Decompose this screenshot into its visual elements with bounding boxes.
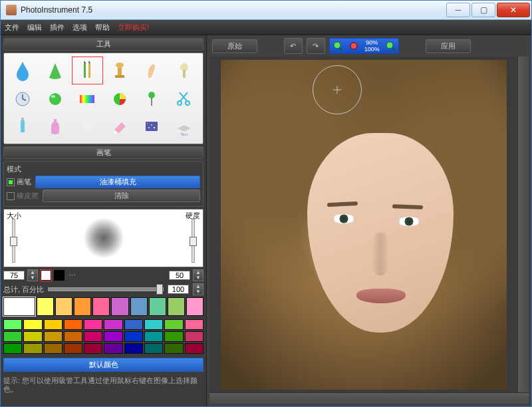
color-swatch[interactable]	[92, 297, 110, 316]
color-swatch[interactable]	[64, 331, 82, 342]
tool-pin[interactable]	[137, 85, 167, 112]
menu-edit[interactable]: 编辑	[27, 23, 42, 33]
size-input[interactable]	[3, 271, 25, 280]
color-swatch[interactable]	[37, 297, 54, 316]
original-button[interactable]: 原始	[212, 39, 257, 53]
default-colors-button[interactable]: 默认颜色	[3, 358, 203, 372]
tool-bulb[interactable]	[72, 113, 102, 140]
tool-cone[interactable]	[41, 57, 70, 84]
zoom-fit-icon[interactable]	[346, 41, 362, 51]
color-swatch[interactable]	[186, 297, 203, 316]
color-swatch[interactable]	[144, 331, 163, 342]
tool-clock[interactable]	[8, 85, 38, 112]
color-swatch[interactable]	[130, 297, 148, 316]
tool-brush[interactable]	[72, 57, 102, 84]
color-swatch[interactable]	[64, 343, 82, 354]
tool-eraser[interactable]	[105, 113, 135, 140]
minimize-button[interactable]: ─	[446, 3, 470, 17]
horizontal-scrollbar[interactable]	[209, 392, 529, 404]
color-swatch[interactable]	[164, 343, 183, 354]
color-swatch[interactable]	[164, 331, 183, 342]
color-swatch[interactable]	[74, 297, 91, 316]
undo-button[interactable]: ↶	[284, 38, 303, 54]
menu-file[interactable]: 文件	[5, 23, 19, 33]
hardness-slider[interactable]	[192, 219, 195, 263]
color-swatch[interactable]	[168, 297, 185, 316]
color-swatch[interactable]	[185, 319, 203, 330]
color-swatch[interactable]	[144, 343, 163, 354]
bucket-fill-button[interactable]: 油漆桶填充	[35, 176, 200, 188]
close-button[interactable]: ✕	[497, 3, 530, 17]
tool-smudge[interactable]	[137, 57, 167, 84]
color-swatch[interactable]	[124, 319, 143, 330]
hardness-input[interactable]	[169, 271, 190, 280]
tool-gradient[interactable]	[72, 85, 102, 112]
color-swatch[interactable]	[44, 331, 63, 342]
hardness-spinner[interactable]: ▲▼	[193, 269, 203, 281]
color-swatch[interactable]	[164, 319, 183, 330]
window-title: PhotoInstrument 7.5	[21, 5, 445, 15]
brush-radio[interactable]: 画笔	[7, 177, 31, 187]
color-swatch[interactable]	[3, 343, 22, 354]
color-swatch[interactable]	[44, 319, 63, 330]
maximize-button[interactable]: ▢	[471, 3, 495, 17]
opacity-spinner[interactable]: ▲▼	[193, 283, 203, 295]
menu-buy[interactable]: 立即购买!	[118, 23, 149, 33]
color-swatch[interactable]	[124, 343, 143, 354]
color-swatch[interactable]	[64, 319, 82, 330]
color-swatch[interactable]	[104, 331, 122, 342]
menu-options[interactable]: 选项	[72, 23, 87, 33]
clear-button[interactable]: 清除	[43, 190, 200, 202]
color-swatch[interactable]	[84, 343, 102, 354]
eraser-radio[interactable]: 橡皮擦	[7, 191, 39, 201]
opacity-slider[interactable]	[48, 287, 164, 291]
color-swatch[interactable]	[144, 319, 163, 330]
color-swatch[interactable]	[111, 297, 128, 316]
tool-sphere[interactable]	[41, 85, 70, 112]
tool-blur[interactable]	[8, 57, 38, 84]
tool-colorball[interactable]	[105, 85, 135, 112]
tool-scissors[interactable]	[170, 85, 200, 112]
ellipsis-icon[interactable]: ⋯	[68, 271, 76, 280]
color-swatch[interactable]	[84, 331, 102, 342]
color-swatch[interactable]	[185, 343, 203, 354]
redo-button[interactable]: ↷	[307, 38, 325, 54]
brush-preview	[83, 217, 124, 259]
bg-swatch[interactable]	[54, 270, 65, 281]
color-swatch[interactable]	[23, 319, 42, 330]
tool-liquify[interactable]	[170, 57, 200, 84]
color-swatch[interactable]	[3, 319, 22, 330]
tool-layers[interactable]: Text	[170, 113, 200, 140]
color-swatch[interactable]	[124, 331, 143, 342]
menu-plugins[interactable]: 插件	[50, 23, 65, 33]
image-canvas[interactable]	[221, 60, 507, 390]
opacity-input[interactable]	[168, 285, 189, 294]
color-swatch[interactable]	[55, 297, 72, 316]
color-swatch[interactable]	[44, 343, 63, 354]
size-panel: 大小 硬度	[3, 209, 203, 267]
color-swatch[interactable]	[3, 331, 22, 342]
color-swatch[interactable]	[23, 343, 42, 354]
color-swatch[interactable]	[23, 331, 42, 342]
size-slider[interactable]	[12, 219, 15, 263]
zoom-text[interactable]: 90%100%	[362, 39, 382, 53]
svg-point-24	[334, 42, 340, 49]
color-swatch[interactable]	[104, 343, 122, 354]
color-swatch[interactable]	[84, 319, 102, 330]
primary-swatch[interactable]	[3, 297, 35, 316]
color-swatch[interactable]	[149, 297, 166, 316]
tool-tube[interactable]	[8, 113, 38, 140]
zoom-in-icon[interactable]	[382, 41, 398, 51]
fg-swatch[interactable]	[41, 270, 51, 281]
tool-bottle[interactable]	[41, 113, 70, 140]
size-spinner[interactable]: ▲▼	[27, 269, 38, 281]
apply-button[interactable]: 应用	[426, 39, 471, 53]
tool-noise[interactable]	[137, 113, 167, 140]
zoom-out-icon[interactable]	[330, 41, 346, 51]
titlebar[interactable]: PhotoInstrument 7.5 ─ ▢ ✕	[1, 1, 531, 20]
tool-stamp[interactable]	[105, 57, 135, 84]
color-swatch[interactable]	[185, 331, 203, 342]
vertical-scrollbar[interactable]	[517, 57, 529, 392]
color-swatch[interactable]	[104, 319, 122, 330]
menu-help[interactable]: 帮助	[95, 23, 110, 33]
